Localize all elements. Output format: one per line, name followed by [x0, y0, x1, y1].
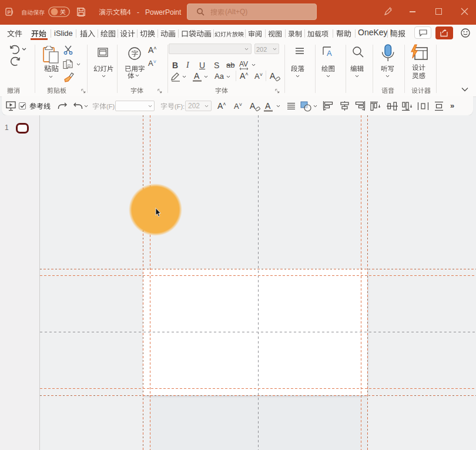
svg-text:A: A — [327, 49, 332, 57]
svg-text:P: P — [8, 9, 11, 15]
